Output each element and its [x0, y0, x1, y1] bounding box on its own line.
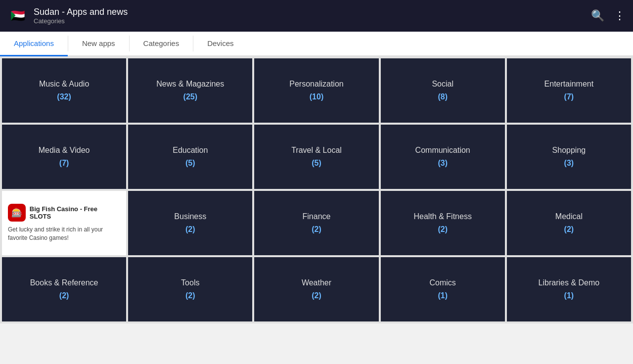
- category-cell[interactable]: Finance (2): [254, 191, 378, 255]
- category-count: (1): [564, 291, 574, 300]
- category-cell[interactable]: Social (8): [381, 58, 505, 123]
- category-count: (2): [185, 225, 195, 234]
- category-name: Shopping: [552, 146, 586, 155]
- category-name: Media & Video: [39, 146, 90, 155]
- category-name: Weather: [302, 278, 331, 287]
- category-count: (2): [185, 291, 195, 300]
- tab-devices[interactable]: Devices: [193, 32, 247, 56]
- category-count: (2): [59, 291, 69, 300]
- app-title: Sudan - Apps and news: [34, 7, 591, 17]
- category-cell[interactable]: Travel & Local (5): [254, 125, 378, 189]
- app-subtitle: Categories: [34, 17, 591, 25]
- category-name: Business: [174, 212, 206, 221]
- category-count: (10): [310, 92, 323, 101]
- ad-header: 🎰 Big Fish Casino - Free SLOTS: [8, 204, 120, 222]
- category-name: Personalization: [289, 80, 343, 89]
- category-count: (3): [564, 159, 574, 168]
- category-cell[interactable]: Music & Audio (32): [2, 58, 126, 123]
- category-count: (32): [57, 92, 71, 101]
- category-cell[interactable]: Comics (1): [381, 257, 505, 321]
- category-name: Finance: [303, 212, 331, 221]
- category-count: (7): [564, 92, 574, 101]
- category-count: (1): [438, 291, 448, 300]
- category-cell[interactable]: Libraries & Demo (1): [507, 257, 631, 321]
- category-cell[interactable]: Weather (2): [254, 257, 378, 321]
- ad-description: Get lucky and strike it rich in all your…: [8, 226, 120, 242]
- category-name: Tools: [181, 278, 199, 287]
- category-name: News & Magazines: [156, 80, 224, 89]
- category-count: (2): [312, 225, 321, 234]
- category-name: Music & Audio: [39, 80, 89, 89]
- category-cell[interactable]: Entertainment (7): [507, 58, 631, 123]
- category-name: Health & Fitness: [414, 212, 472, 221]
- ad-icon: 🎰: [8, 204, 26, 222]
- category-name: Comics: [430, 278, 456, 287]
- header-title-block: Sudan - Apps and news Categories: [34, 7, 591, 25]
- category-count: (2): [312, 291, 321, 300]
- category-name: Books & Reference: [30, 278, 98, 287]
- category-cell[interactable]: News & Magazines (25): [128, 58, 252, 123]
- category-cell[interactable]: Shopping (3): [507, 125, 631, 189]
- tab-new-apps[interactable]: New apps: [68, 32, 129, 56]
- category-name: Libraries & Demo: [539, 278, 600, 287]
- category-name: Medical: [555, 212, 583, 221]
- header-actions: 🔍 ⋮: [591, 9, 625, 22]
- header: 🇸🇩 Sudan - Apps and news Categories 🔍 ⋮: [0, 0, 633, 32]
- search-icon[interactable]: 🔍: [591, 9, 604, 22]
- flag-icon: 🇸🇩: [8, 6, 28, 26]
- nav-tabs: Applications New apps Categories Devices: [0, 32, 633, 56]
- category-count: (3): [438, 159, 448, 168]
- category-count: (2): [438, 225, 448, 234]
- category-cell[interactable]: Media & Video (7): [2, 125, 126, 189]
- category-cell[interactable]: Business (2): [128, 191, 252, 255]
- ad-cell[interactable]: 🎰 Big Fish Casino - Free SLOTS Get lucky…: [2, 191, 126, 255]
- category-count: (25): [183, 92, 197, 101]
- category-count: (5): [312, 159, 321, 168]
- category-cell[interactable]: Tools (2): [128, 257, 252, 321]
- category-name: Social: [432, 80, 453, 89]
- category-name: Travel & Local: [291, 146, 342, 155]
- category-count: (5): [185, 159, 195, 168]
- category-grid: Music & Audio (32) News & Magazines (25)…: [0, 56, 633, 323]
- more-options-icon[interactable]: ⋮: [614, 9, 625, 22]
- category-count: (8): [438, 92, 448, 101]
- tab-categories[interactable]: Categories: [130, 32, 193, 56]
- category-cell[interactable]: Communication (3): [381, 125, 505, 189]
- category-count: (2): [564, 225, 574, 234]
- category-cell[interactable]: Books & Reference (2): [2, 257, 126, 321]
- category-name: Communication: [415, 146, 470, 155]
- category-cell[interactable]: Personalization (10): [254, 58, 378, 123]
- tab-applications[interactable]: Applications: [0, 32, 68, 56]
- category-cell[interactable]: Health & Fitness (2): [381, 191, 505, 255]
- category-name: Entertainment: [544, 80, 594, 89]
- category-name: Education: [173, 146, 208, 155]
- ad-title: Big Fish Casino - Free SLOTS: [30, 205, 120, 220]
- category-cell[interactable]: Education (5): [128, 125, 252, 189]
- category-count: (7): [59, 159, 69, 168]
- category-cell[interactable]: Medical (2): [507, 191, 631, 255]
